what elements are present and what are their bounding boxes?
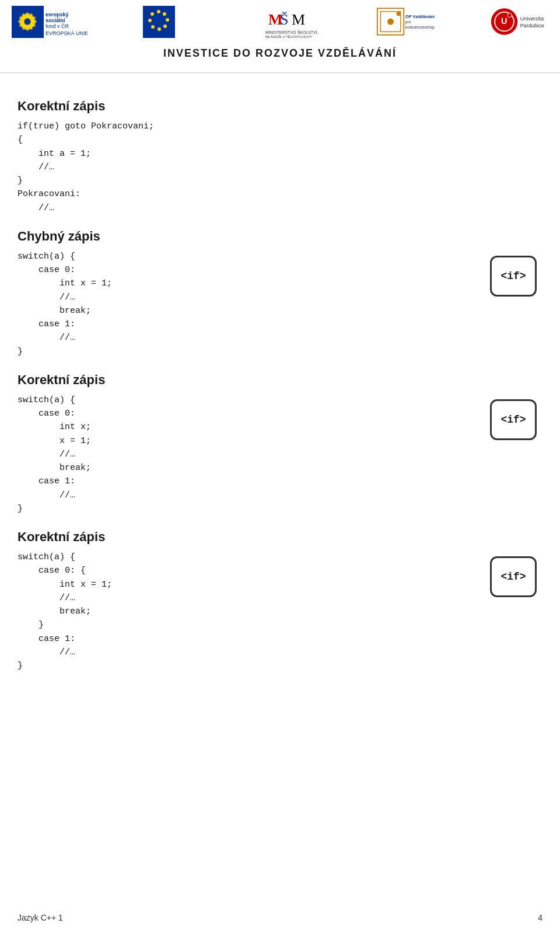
section-4: Korektní zápis switch(a) { case 0: { int…	[18, 529, 542, 672]
svg-text:sociální: sociální	[46, 18, 65, 23]
svg-rect-0	[12, 6, 44, 38]
svg-point-34	[387, 19, 394, 25]
logo-msmt: M Š M MINISTERSTVO ŠKOLSTVÍ, MLÁDEŽE A T…	[262, 6, 321, 38]
section-2-heading: Chybný zápis	[18, 229, 542, 244]
svg-text:EVROPSKÁ UNIE: EVROPSKÁ UNIE	[46, 30, 88, 36]
svg-text:Univerzita: Univerzita	[520, 16, 544, 22]
section-3-heading: Korektní zápis	[18, 372, 542, 388]
footer-right: 4	[538, 913, 542, 922]
main-content: Korektní zápis if(true) goto Pokracovani…	[0, 82, 560, 700]
banner-title: INVESTICE DO ROZVOJE VZDĚLÁVÁNÍ	[0, 41, 560, 70]
svg-text:MINISTERSTVO ŠKOLSTVÍ,: MINISTERSTVO ŠKOLSTVÍ,	[265, 30, 318, 34]
footer: Jazyk C++ 1 4	[18, 913, 542, 922]
svg-text:fond v ČR: fond v ČR	[46, 23, 69, 29]
svg-text:M: M	[292, 11, 305, 28]
section-4-icon: <if>	[490, 556, 537, 597]
svg-text:pro: pro	[405, 20, 411, 25]
section-4-heading: Korektní zápis	[18, 529, 542, 545]
logo-eu	[143, 6, 207, 38]
svg-text:Š: Š	[280, 11, 288, 28]
svg-text:MLÁDEŽE A TĚLOVÝCHOVY: MLÁDEŽE A TĚLOVÝCHOVY	[265, 34, 312, 38]
svg-point-42	[508, 13, 512, 18]
svg-point-35	[397, 12, 401, 16]
svg-text:konkurenceschopnost: konkurenceschopnost	[405, 25, 435, 30]
section-2-icon: <if>	[490, 256, 537, 297]
svg-text:OP Vzdělávání: OP Vzdělávání	[405, 14, 435, 19]
section-2-code: switch(a) { case 0: int x = 1; //… break…	[18, 250, 478, 358]
svg-text:U: U	[501, 16, 508, 26]
section-1: Korektní zápis if(true) goto Pokracovani…	[18, 99, 542, 215]
svg-point-23	[158, 27, 161, 31]
logo-op: OP Vzdělávání pro konkurenceschopnost	[376, 6, 435, 38]
section-2: Chybný zápis switch(a) { case 0: int x =…	[18, 229, 542, 358]
section-1-code-wrapper: if(true) goto Pokracovani; { int a = 1; …	[18, 120, 542, 215]
logo-esf: evropský sociální fond v ČR EVROPSKÁ UNI…	[12, 6, 88, 38]
section-3: Korektní zápis switch(a) { case 0: int x…	[18, 372, 542, 515]
logo-upce: U Univerzita Pardubice	[490, 6, 548, 38]
section-4-code: switch(a) { case 0: { int x = 1; //… bre…	[18, 550, 478, 672]
svg-point-24	[151, 25, 155, 29]
svg-point-22	[163, 25, 167, 28]
section-1-heading: Korektní zápis	[18, 99, 542, 114]
section-2-code-wrapper: switch(a) { case 0: int x = 1; //… break…	[18, 250, 542, 358]
header: evropský sociální fond v ČR EVROPSKÁ UNI…	[0, 0, 560, 41]
section-3-icon: <if>	[490, 399, 537, 440]
svg-point-20	[163, 12, 166, 16]
svg-point-21	[166, 18, 169, 22]
header-divider	[0, 72, 560, 73]
svg-point-19	[157, 10, 160, 13]
footer-left: Jazyk C++ 1	[18, 913, 63, 922]
svg-point-25	[148, 19, 152, 22]
svg-point-26	[150, 12, 154, 16]
section-1-code: if(true) goto Pokracovani; { int a = 1; …	[18, 120, 542, 215]
section-3-code: switch(a) { case 0: int x; x = 1; //… br…	[18, 393, 478, 515]
section-3-code-wrapper: switch(a) { case 0: int x; x = 1; //… br…	[18, 393, 542, 515]
section-4-code-wrapper: switch(a) { case 0: { int x = 1; //… bre…	[18, 550, 542, 672]
svg-text:evropský: evropský	[46, 12, 69, 18]
svg-text:Pardubice: Pardubice	[520, 23, 544, 29]
